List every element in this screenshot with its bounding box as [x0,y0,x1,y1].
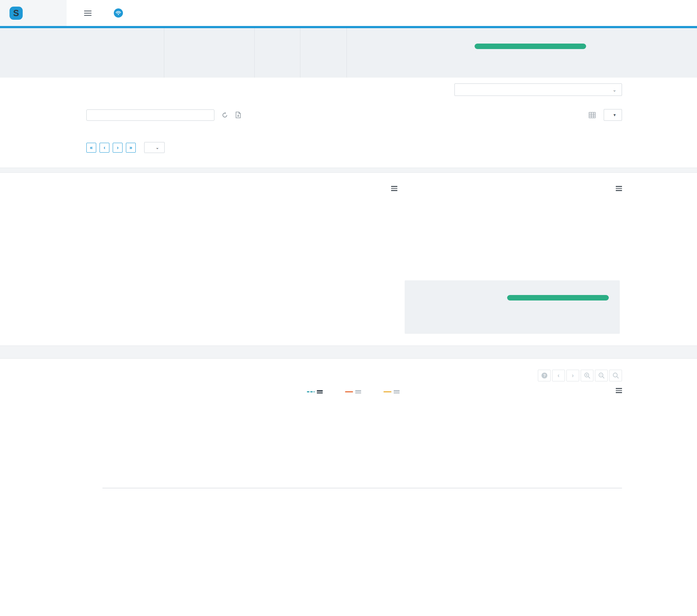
export-excel-icon[interactable] [235,112,241,118]
chart-controls: ? ‹ › [538,370,622,381]
chart-menu-icon[interactable] [391,186,397,191]
line-chart-legend [86,390,622,393]
rechazos-detail-panel: ? ‹ › [0,359,697,522]
chart-menu-icon[interactable] [616,186,622,191]
filter-dimensions-button[interactable]: ▾ [604,109,622,121]
divider [300,28,300,78]
legend-item[interactable] [307,390,325,393]
pan-left-button[interactable]: ‹ [552,370,565,381]
prev-page-button[interactable]: ‹ [100,143,109,153]
section-gap [0,346,697,359]
bar-chart-y-axis [86,193,104,299]
line-chart-y-axis [86,403,102,488]
stat-rechazadas [309,28,346,78]
divider [346,28,347,78]
charts-panel [0,173,697,346]
divider [254,28,255,78]
chevron-down-icon: ⌄ [612,87,617,93]
svg-text:?: ? [543,373,546,378]
summary-calidad-value [507,303,609,313]
calidad-progress-fill [475,44,586,49]
next-page-button[interactable]: › [113,143,123,153]
orange-line-marker [345,391,353,392]
chart-menu-icon[interactable] [616,388,622,393]
series-marker-icon [355,390,361,393]
yellow-line-marker [383,391,391,392]
chevron-down-icon: ▾ [614,112,616,117]
line-chart-svg [102,403,622,488]
zoom-in-button[interactable] [581,370,593,381]
line-chart-x-axis [102,488,622,500]
wifi-icon [114,8,123,18]
first-page-button[interactable]: « [86,143,96,153]
legend-item[interactable] [383,390,402,393]
bar-chart-x-axis [104,299,397,331]
donut-chart-block [403,184,622,331]
stat-turno [173,28,254,78]
search-zoom-button[interactable] [609,370,622,381]
rechazos-tabs: ? ‹ › [86,370,622,381]
stat-calidad-hoy [475,28,586,78]
search-input[interactable] [86,109,214,121]
page-select[interactable]: ⌄ [144,142,165,153]
stat-tipo [86,28,164,78]
bar-chart-plot [104,193,397,299]
summary-progress-track [507,295,609,300]
table-view-icon[interactable] [589,112,596,118]
chevron-down-icon: ⌄ [155,145,159,150]
savvy-logo-icon: S [10,7,23,20]
series-marker-icon [317,390,323,393]
zoom-out-button[interactable] [595,370,608,381]
navbar: S [0,0,697,26]
brand-logo[interactable]: S [0,0,67,26]
device-selector[interactable] [110,8,123,18]
donut-chart [431,201,502,271]
table-panel: ⌄ ▾ [0,78,697,168]
last-page-button[interactable]: » [126,143,136,153]
pan-right-button[interactable]: › [566,370,579,381]
stats-strip [0,28,697,78]
period-summary-card [405,280,620,334]
section-gap [0,168,697,173]
stat-total [356,28,396,78]
series-marker-icon [394,390,400,393]
summary-progress-fill [507,295,609,300]
teal-dashed-marker [307,391,315,392]
refresh-icon[interactable] [222,112,228,118]
date-range-select[interactable]: ⌄ [454,83,622,96]
page: S [0,0,697,522]
menu-toggle-icon[interactable] [84,11,91,16]
line-chart-plot [102,403,622,488]
legend-item[interactable] [345,390,363,393]
calidad-value [475,52,586,60]
stacked-bar-chart [86,184,397,331]
stat-buenas [263,28,300,78]
table-toolbar: ▾ [86,109,622,121]
pagination: « ‹ › » ⌄ [86,142,622,168]
help-button[interactable]: ? [538,370,551,381]
divider [164,28,164,78]
calidad-progress-track [475,44,586,49]
